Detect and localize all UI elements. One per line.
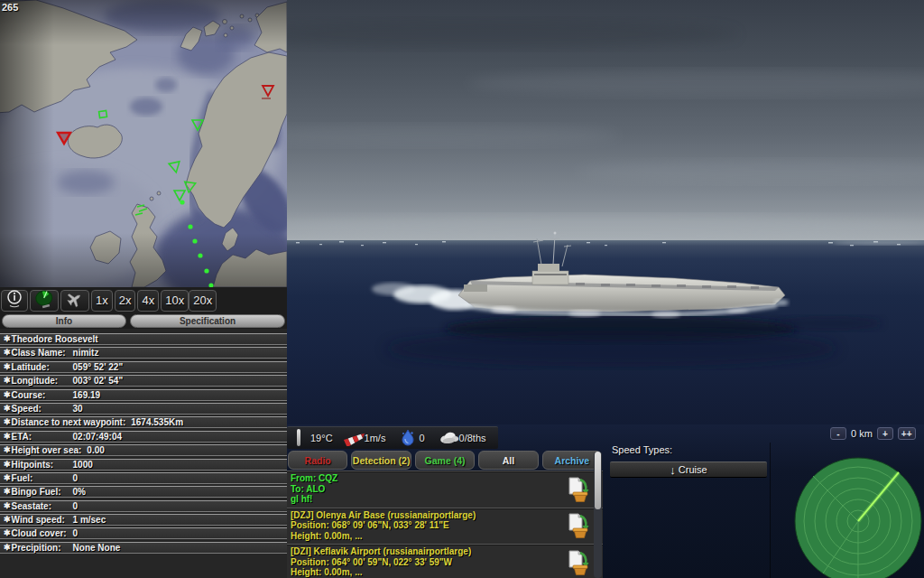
info-value: 169.19 [73, 390, 101, 400]
sonar-button[interactable] [30, 290, 59, 312]
info-row: ✱ Height over sea: 0.00 [0, 444, 287, 456]
temperature-label: 19°C [310, 433, 333, 443]
zoom-level-button[interactable]: 2x [115, 290, 136, 312]
archive-icon [565, 492, 592, 506]
info-value: 0.00 [87, 445, 104, 455]
info-value: 0 [73, 528, 79, 538]
info-row: ✱ Class Name: nimitz [0, 347, 287, 359]
info-value: 003° 02' 54" [73, 376, 124, 386]
message-tab[interactable]: Radio [288, 451, 347, 470]
info-label: Class Name: [12, 348, 73, 358]
range-decrease-button[interactable]: - [830, 427, 846, 440]
info-row: ✱ Seastate: 0 [0, 500, 287, 512]
info-label: Hitpoints: [12, 460, 73, 470]
info-value: 1000 [73, 460, 93, 470]
strategic-map[interactable] [0, 0, 287, 287]
aircraft-button[interactable] [60, 290, 89, 312]
bullet-icon: ✱ [4, 543, 11, 553]
archive-icon [565, 565, 592, 578]
bullet-icon: ✱ [4, 432, 11, 442]
archive-message-button[interactable] [565, 476, 592, 503]
info-row: ✱ Course: 169.19 [0, 389, 287, 401]
dropdown-arrow-icon: ↓ [670, 463, 676, 477]
sea-state-label: 0 [419, 433, 424, 443]
info-value: 02:07:49:04 [73, 432, 122, 442]
bullet-icon: ✱ [4, 445, 11, 455]
message-line: Height: 0.00m, ... [291, 567, 565, 578]
bullet-icon: ✱ [4, 528, 11, 538]
bullet-icon: ✱ [4, 417, 11, 427]
info-row: ✱ Fuel: 0 [0, 472, 287, 484]
message-line: [DZJ] Olenya Air Base (russianairportlar… [291, 510, 565, 521]
info-label: Cloud cover: [12, 528, 73, 538]
range-increase-button[interactable]: + [877, 427, 893, 440]
unit-info-table: ✱ Theodore Roosevelt ✱ Class Name: nimit… [0, 329, 287, 578]
message-item[interactable]: From: CQZ To: ALO gl hf! [287, 471, 603, 508]
info-value: None None [73, 543, 121, 553]
info-row: ✱ Precipition: None None [0, 542, 287, 554]
ocean-scene [287, 0, 924, 428]
info-value: 0% [73, 487, 86, 497]
world-view[interactable] [287, 0, 924, 428]
message-line: From: CQZ [291, 473, 565, 484]
zoom-level-button[interactable]: 20x [189, 290, 217, 312]
weather-bar-handle [297, 429, 300, 446]
info-label: Fuel: [12, 473, 73, 483]
message-tab[interactable]: All [478, 451, 538, 470]
game-window: 265 [0, 0, 924, 578]
speed-type-dropdown[interactable]: ↓ Cruise [610, 461, 767, 478]
range-increase-fast-button[interactable]: ++ [898, 427, 916, 440]
tab-info[interactable]: Info [2, 314, 126, 328]
map-counter: 265 [2, 2, 18, 13]
info-value: 0 [73, 501, 79, 511]
info-label: Theodore Roosevelt [12, 334, 104, 344]
info-row: ✱ Speed: 30 [0, 403, 287, 415]
message-item[interactable]: [DZJ] Olenya Air Base (russianairportlar… [287, 508, 603, 545]
info-row: ✱ Hitpoints: 1000 [0, 459, 287, 471]
info-row: ✱ Theodore Roosevelt [0, 333, 287, 345]
info-label: Course: [12, 390, 73, 400]
weather-bar: 19°C 1m/s 0 [287, 426, 498, 449]
info-row: ✱ ETA: 02:07:49:04 [0, 431, 287, 443]
map-toolbar: 1x 2x 4x 10x 20x [0, 287, 287, 313]
bullet-icon: ✱ [4, 487, 11, 497]
info-value: 1674.535Km [131, 417, 183, 427]
message-tab[interactable]: Detection (2) [351, 451, 411, 470]
message-item[interactable]: [DZI] Keflavik Airport (russianairportla… [287, 544, 603, 578]
tab-specification[interactable]: Specification [130, 314, 285, 328]
scrollbar-thumb[interactable] [595, 452, 601, 509]
bullet-icon: ✱ [4, 390, 11, 400]
cloud-cover-label: 0/8ths [459, 433, 486, 443]
bullet-icon: ✱ [4, 473, 11, 483]
info-value: 059° 52' 22" [73, 362, 124, 372]
message-line: Position: 068° 09' 06"N, 033° 28' 11"E [291, 520, 565, 531]
cloud-cover-icon [438, 429, 459, 447]
info-icon [5, 289, 23, 312]
message-tabs: Radio Detection (2) Game (4) All Archive [287, 451, 603, 470]
speed-types-title: Speed Types: [612, 444, 672, 455]
info-button[interactable] [1, 290, 28, 312]
radar-range-control: - 0 km + ++ [830, 427, 916, 440]
sea-state-icon [400, 428, 416, 448]
archive-message-button[interactable] [565, 512, 592, 539]
info-value: nimitz [73, 348, 99, 358]
message-line: Height: 0.00m, ... [291, 531, 565, 542]
zoom-level-button[interactable]: 1x [91, 290, 113, 312]
message-tab[interactable]: Game (4) [415, 451, 475, 470]
info-row: ✱ Cloud cover: 0 [0, 527, 287, 539]
info-value: 30 [73, 404, 83, 414]
speed-type-selected: Cruise [679, 464, 707, 475]
panel-divider [770, 443, 771, 578]
message-scrollbar[interactable] [594, 452, 602, 578]
archive-message-button[interactable] [565, 549, 592, 576]
info-row: ✱ Distance to next waypoint: 1674.535Km [0, 416, 287, 428]
info-label: ETA: [12, 432, 73, 442]
aircraft-icon [65, 289, 85, 312]
zoom-level-button[interactable]: 10x [161, 290, 189, 312]
archive-icon [565, 528, 592, 542]
info-label: Seastate: [12, 501, 73, 511]
zoom-level-button[interactable]: 4x [137, 290, 159, 312]
radar-display[interactable] [783, 452, 924, 578]
info-row: ✱ Bingo Fuel: 0% [0, 486, 287, 498]
range-value-label: 0 km [851, 428, 873, 439]
